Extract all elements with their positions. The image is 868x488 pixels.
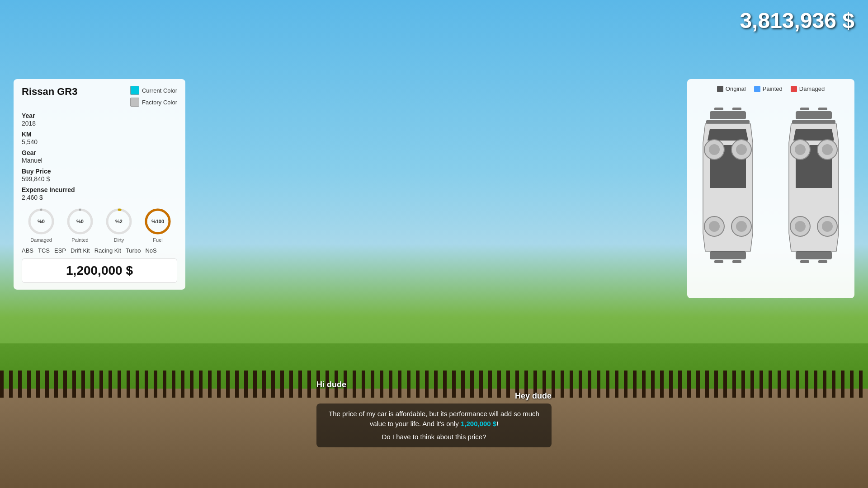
current-color-label: Current Color: [142, 87, 177, 94]
expense-section: Expense Incurred 2,460 $: [22, 186, 177, 201]
svg-rect-19: [714, 108, 723, 110]
expense-value: 2,460 $: [22, 194, 177, 201]
legend-dot-original: [717, 86, 723, 92]
buy-price-label: Buy Price: [22, 168, 177, 175]
dialogue-message-part2: !: [496, 420, 498, 427]
dialogue-price-highlight: 1,200,000 $: [461, 420, 496, 427]
svg-point-32: [822, 221, 833, 232]
expense-label: Expense Incurred: [22, 186, 177, 193]
svg-rect-34: [800, 108, 809, 110]
svg-rect-33: [796, 251, 832, 259]
year-label: Year: [22, 112, 177, 119]
mod-drift-kit: Drift Kit: [71, 247, 90, 254]
dialogue-question: Do I have to think about this price?: [324, 432, 544, 442]
gauge-fuel-text: %100: [151, 219, 164, 224]
player-money: 3,813,936 $: [740, 8, 854, 33]
legend-original: Original: [717, 85, 746, 92]
car-title: Rissan GR3: [22, 86, 78, 98]
svg-rect-22: [732, 260, 741, 263]
buy-price-section: Buy Price 599,840 $: [22, 168, 177, 183]
svg-rect-36: [800, 260, 809, 263]
svg-point-26: [795, 144, 806, 155]
current-color-swatch: [130, 86, 139, 95]
svg-rect-8: [710, 111, 746, 119]
mod-abs: ABS: [22, 247, 33, 254]
gauges-row: %0 Damaged %0 Painted %2 Dirty: [22, 207, 177, 243]
gear-section: Gear Manuel: [22, 149, 177, 164]
legend-dot-damaged: [791, 86, 797, 92]
dialogue-box: Hi dude Hey dude The price of my car is …: [316, 380, 552, 448]
dialogue-greeting-left: Hi dude: [316, 380, 552, 389]
legend-label-original: Original: [726, 85, 746, 92]
svg-point-30: [795, 221, 806, 232]
gauge-fuel: %100 Fuel: [144, 207, 172, 243]
svg-rect-9: [706, 120, 750, 124]
year-section: Year 2018: [22, 112, 177, 127]
svg-rect-18: [710, 251, 746, 259]
mod-racing-kit: Racing Kit: [94, 247, 121, 254]
km-label: KM: [22, 131, 177, 138]
svg-point-17: [736, 221, 747, 232]
gauge-dirty: %2 Dirty: [105, 207, 133, 243]
svg-point-13: [736, 144, 747, 155]
mod-nos: NoS: [145, 247, 156, 254]
svg-rect-37: [818, 260, 827, 263]
km-section: KM 5,540: [22, 131, 177, 145]
legend-dot-painted: [754, 86, 760, 92]
km-value: 5,540: [22, 138, 177, 145]
dialogue-message-part1: The price of my car is affordable, but i…: [329, 410, 539, 428]
legend-damaged: Damaged: [791, 85, 825, 92]
gauge-dirty-text: %2: [115, 219, 123, 224]
mods-row: ABSTCSESPDrift KitRacing KitTurboNoS: [22, 247, 177, 254]
gauge-dirty-label: Dirty: [114, 237, 124, 243]
factory-color-label: Factory Color: [142, 99, 177, 106]
diagram-cars: [693, 98, 848, 292]
gauge-painted-label: Painted: [71, 237, 88, 243]
gauge-damaged-text: %0: [38, 219, 45, 224]
dialogue-bubble: The price of my car is affordable, but i…: [316, 404, 552, 448]
gear-value: Manuel: [22, 157, 177, 164]
current-color-row: Current Color: [130, 86, 177, 95]
svg-rect-35: [818, 108, 827, 110]
svg-rect-24: [792, 120, 835, 124]
factory-color-swatch: [130, 98, 139, 107]
car-info-panel: Rissan GR3 Current Color Factory Color Y…: [14, 79, 185, 290]
gauge-damaged: %0 Damaged: [27, 207, 55, 243]
year-value: 2018: [22, 120, 177, 127]
color-info: Current Color Factory Color: [130, 86, 177, 107]
mod-turbo: Turbo: [126, 247, 141, 254]
svg-rect-23: [796, 111, 832, 119]
legend-label-painted: Painted: [763, 85, 783, 92]
diagram-legend: Original Painted Damaged: [693, 85, 848, 92]
legend-painted: Painted: [754, 85, 783, 92]
factory-color-row: Factory Color: [130, 98, 177, 107]
svg-point-11: [709, 144, 720, 155]
sale-price[interactable]: 1,200,000 $: [22, 258, 177, 283]
mod-tcs: TCS: [38, 247, 50, 254]
buy-price-value: 599,840 $: [22, 175, 177, 183]
svg-point-15: [709, 221, 720, 232]
gauge-painted-text: %0: [76, 219, 84, 224]
gear-label: Gear: [22, 149, 177, 156]
gauge-painted: %0 Painted: [66, 207, 94, 243]
gauge-damaged-label: Damaged: [30, 237, 52, 243]
svg-point-28: [822, 144, 833, 155]
dialogue-greeting-right: Hey dude: [316, 391, 552, 401]
svg-rect-20: [732, 108, 741, 110]
mod-esp: ESP: [54, 247, 66, 254]
gauge-fuel-label: Fuel: [153, 237, 162, 243]
car-diagram-svg: [701, 98, 841, 292]
legend-label-damaged: Damaged: [799, 85, 825, 92]
car-diagram-panel: Original Painted Damaged: [687, 79, 854, 298]
svg-rect-21: [714, 260, 723, 263]
car-panel-header: Rissan GR3 Current Color Factory Color: [22, 86, 177, 107]
